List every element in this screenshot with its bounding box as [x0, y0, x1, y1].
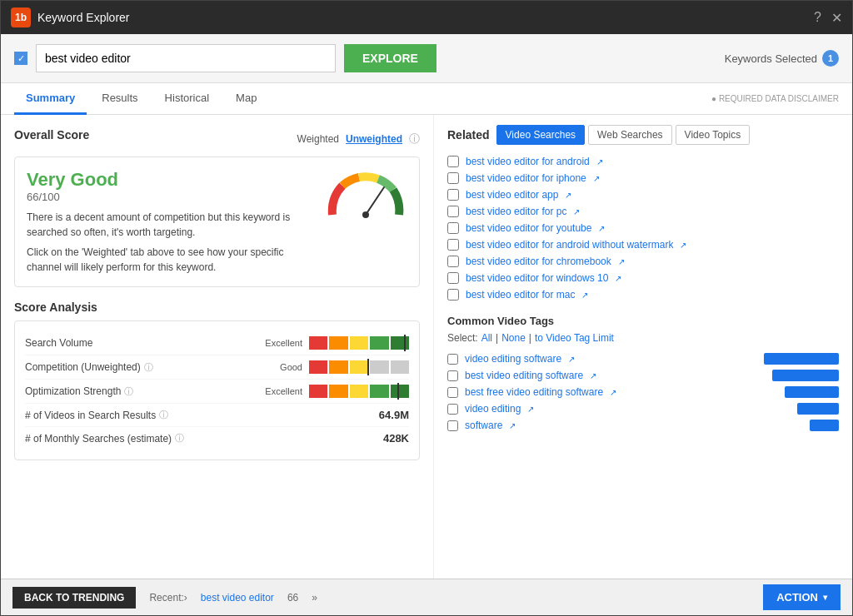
keyword-checkbox-4[interactable] — [447, 222, 459, 234]
tag-link-1[interactable]: best video editing software — [465, 370, 583, 381]
competition-info-icon[interactable]: ⓘ — [144, 361, 153, 374]
keyword-link-7[interactable]: best video editor for windows 10 — [466, 272, 608, 284]
gauge-chart — [324, 169, 407, 221]
tag-checkbox-2[interactable] — [447, 387, 458, 398]
keyword-checkbox-6[interactable] — [447, 256, 459, 267]
list-item: best video editor for pc ↗ — [447, 203, 839, 220]
select-none-link[interactable]: None — [501, 332, 526, 344]
action-dropdown-icon: ▾ — [823, 593, 827, 602]
keyword-link-4[interactable]: best video editor for youtube — [466, 222, 591, 234]
keyword-checkbox-7[interactable] — [447, 272, 459, 284]
tab-web-searches[interactable]: Web Searches — [588, 125, 672, 145]
right-panel: Related Video Searches Web Searches Vide… — [434, 115, 852, 579]
recent-prefix: Recent:› — [149, 592, 187, 604]
title-bar: 1b Keyword Explorer ? ✕ — [1, 1, 852, 34]
select-label: Select: — [447, 332, 478, 344]
tab-summary[interactable]: Summary — [14, 83, 87, 115]
disclaimer-text: ● REQUIRED DATA DISCLAIMER — [711, 94, 839, 103]
analysis-row-optimization: Optimization Strength ⓘ Excellent — [25, 380, 409, 404]
score-box: Very Good 66/100 There is a decent amoun… — [14, 156, 420, 287]
tab-video-topics[interactable]: Video Topics — [676, 125, 751, 145]
tag-link-2[interactable]: best free video editing software — [465, 386, 603, 398]
svg-point-1 — [362, 211, 369, 218]
tag-bar-2 — [785, 386, 839, 398]
keyword-link-8[interactable]: best video editor for mac — [466, 289, 575, 301]
close-button[interactable]: ✕ — [831, 10, 842, 26]
tag-row: video editing software ↗ — [447, 350, 839, 367]
keyword-link-3[interactable]: best video editor for pc — [466, 206, 566, 217]
tag-bar-0 — [764, 353, 839, 365]
keyword-checkbox-3[interactable] — [447, 206, 459, 217]
tag-row: best video editing software ↗ — [447, 367, 839, 384]
analysis-row-search-volume: Search Volume Excellent — [25, 331, 409, 355]
score-info-icon[interactable]: ⓘ — [409, 132, 420, 147]
search-input[interactable] — [36, 44, 336, 72]
videos-info-icon[interactable]: ⓘ — [159, 409, 168, 421]
tab-map[interactable]: Map — [224, 83, 268, 115]
tab-video-searches[interactable]: Video Searches — [496, 125, 586, 145]
list-item: best video editor for windows 10 ↗ — [447, 270, 839, 286]
select-all-link[interactable]: All — [481, 332, 492, 344]
app-title: Keyword Explorer — [37, 11, 814, 24]
back-to-trending-button[interactable]: BACK TO TRENDING — [12, 587, 136, 609]
analysis-row-monthly: # of Monthly Searches (estimate) ⓘ 428K — [25, 427, 409, 450]
monthly-info-icon[interactable]: ⓘ — [175, 432, 184, 445]
keyword-link-5[interactable]: best video editor for android without wa… — [466, 239, 673, 251]
help-button[interactable]: ? — [814, 10, 821, 25]
keyword-list: best video editor for android ↗ best vid… — [447, 153, 839, 303]
keyword-checkbox-0[interactable] — [447, 156, 459, 167]
keyword-link-6[interactable]: best video editor for chromebook — [466, 256, 611, 267]
keyword-checkbox-1[interactable] — [447, 172, 459, 184]
score-label: Very Good — [27, 169, 311, 191]
tag-checkbox-3[interactable] — [447, 404, 458, 415]
keyword-checkbox-2[interactable] — [447, 189, 459, 201]
score-analysis-section: Score Analysis Search Volume Excellent — [14, 301, 420, 460]
search-bar: ✓ EXPLORE Keywords Selected 1 — [1, 34, 852, 83]
analysis-label-optimization: Optimization Strength ⓘ — [25, 385, 252, 398]
list-item: best video editor for iphone ↗ — [447, 170, 839, 186]
tag-checkbox-4[interactable] — [447, 420, 458, 431]
action-button[interactable]: ACTION ▾ — [763, 584, 841, 610]
ext-icon-0: ↗ — [596, 157, 603, 166]
analysis-value-monthly: 428K — [359, 432, 409, 445]
tag-link-3[interactable]: video editing — [465, 403, 521, 415]
keyword-checkbox-8[interactable] — [447, 289, 459, 301]
tag-ext-2: ↗ — [610, 388, 616, 397]
search-checkbox[interactable]: ✓ — [14, 52, 27, 65]
tab-historical[interactable]: Historical — [153, 83, 221, 115]
tag-checkbox-0[interactable] — [447, 354, 458, 365]
common-video-tags-section: Common Video Tags Select: All | None | t… — [447, 315, 839, 434]
tag-ext-0: ↗ — [568, 355, 575, 364]
keyword-checkbox-5[interactable] — [447, 239, 459, 251]
keyword-link-1[interactable]: best video editor for iphone — [466, 172, 586, 184]
analysis-row-videos: # of Videos in Search Results ⓘ 64.9M — [25, 404, 409, 427]
analysis-row-competition: Competition (Unweighted) ⓘ Good — [25, 355, 409, 380]
select-limit-link[interactable]: to Video Tag Limit — [535, 332, 614, 344]
explore-button[interactable]: EXPLORE — [344, 44, 436, 72]
bar-optimization — [309, 385, 409, 398]
analysis-label-search-volume: Search Volume — [25, 337, 252, 349]
tag-link-0[interactable]: video editing software — [465, 353, 561, 365]
tag-link-4[interactable]: software — [465, 420, 502, 431]
tag-ext-4: ↗ — [509, 421, 516, 430]
list-item: best video editor app ↗ — [447, 186, 839, 203]
unweighted-tab[interactable]: Unweighted — [346, 133, 402, 145]
optimization-info-icon[interactable]: ⓘ — [124, 385, 133, 398]
tab-results[interactable]: Results — [90, 83, 149, 115]
keyword-link-0[interactable]: best video editor for android — [466, 156, 590, 167]
tag-ext-3: ↗ — [527, 405, 534, 414]
app-logo: 1b — [11, 7, 31, 27]
left-panel: Overall Score Weighted Unweighted ⓘ Very… — [1, 115, 434, 579]
score-info: Very Good 66/100 There is a decent amoun… — [27, 169, 311, 275]
keyword-link-2[interactable]: best video editor app — [466, 189, 558, 201]
svg-line-0 — [366, 187, 384, 215]
main-content: Overall Score Weighted Unweighted ⓘ Very… — [1, 115, 852, 579]
ext-icon-5: ↗ — [680, 241, 686, 250]
app-window: 1b Keyword Explorer ? ✕ ✓ EXPLORE Keywor… — [0, 0, 853, 616]
recent-keyword-link[interactable]: best video editor — [201, 592, 274, 604]
weighted-tab[interactable]: Weighted — [297, 133, 339, 145]
pipe-1: | — [496, 332, 498, 344]
analysis-box: Search Volume Excellent — [14, 320, 420, 460]
related-title: Related — [447, 128, 490, 142]
tag-checkbox-1[interactable] — [447, 370, 458, 381]
